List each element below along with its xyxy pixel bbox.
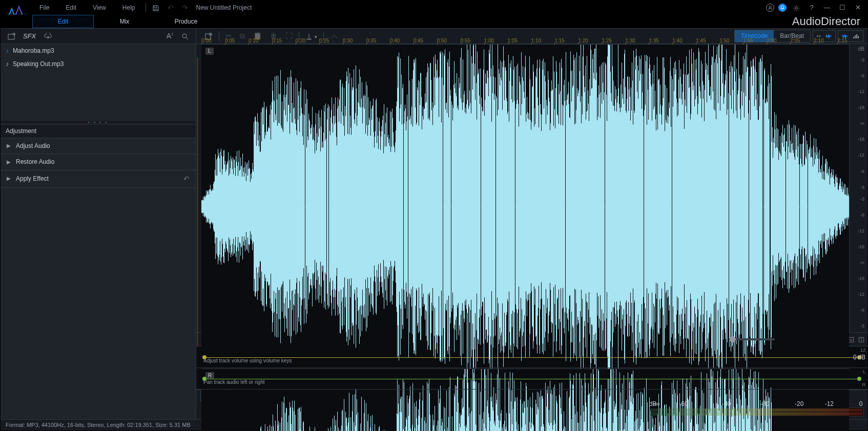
media-list[interactable]: ♪ Mahoroba.mp3 ♪ Speaking Out.mp3	[1, 44, 196, 121]
zoom-h-slider[interactable]	[729, 338, 775, 340]
meter-tick: -60	[679, 400, 688, 407]
left-panel: SFX A↕ ♪ Mahoroba.mp3 ♪ Spe	[1, 29, 196, 419]
db-tick: -3	[850, 197, 867, 202]
window-close-icon[interactable]: ✕	[852, 4, 863, 12]
meter-tick: -40	[722, 400, 731, 407]
redo-icon[interactable]: ↷	[178, 1, 192, 15]
db-tick: -18	[850, 105, 867, 111]
meter-tick: -30	[760, 400, 769, 407]
svg-rect-16	[853, 37, 854, 38]
brand-label: AudioDirector	[792, 15, 860, 28]
text-size-icon[interactable]: A↕	[164, 30, 175, 42]
sfx-button[interactable]: SFX	[22, 32, 38, 40]
ruler-tick: 0:35	[366, 38, 376, 44]
zoom-full-icon[interactable]: ◫	[858, 335, 864, 343]
crop-icon[interactable]: ⛶	[281, 30, 297, 42]
ruler-tick: 0:15	[272, 38, 282, 44]
pan-lane-hint: Pan track audio left or right	[203, 379, 265, 385]
window-maximize-icon[interactable]: ☐	[837, 4, 848, 12]
media-item[interactable]: ♪ Speaking Out.mp3	[1, 57, 196, 71]
channel-label-left: L	[205, 48, 214, 55]
ruler-tick: 0:50	[437, 38, 447, 44]
svg-rect-17	[855, 35, 856, 38]
svg-rect-18	[856, 34, 857, 38]
meter-scale: dB-60-40-30-20-120-∞	[649, 400, 863, 406]
menu-file[interactable]: File	[31, 1, 57, 14]
channel-left[interactable]: L	[201, 45, 849, 369]
db-tick: -3	[850, 324, 867, 329]
view-waveform-icon[interactable]	[824, 32, 833, 40]
svg-rect-19	[858, 36, 859, 38]
copy-icon[interactable]: ⧉	[236, 30, 249, 42]
ruler-tick: 2:00	[767, 38, 776, 44]
download-cloud-icon[interactable]	[42, 30, 54, 42]
tab-mix[interactable]: Mix	[94, 15, 155, 28]
playhead-line[interactable]	[197, 57, 198, 346]
media-item-label: Speaking Out.mp3	[13, 60, 64, 68]
adjustment-header: Adjustment	[1, 124, 196, 138]
adjustment-restore-audio[interactable]: ▶Restore Audio	[1, 154, 196, 170]
waveform-area[interactable]: 0:000:050:100:150:200:250:300:350:400:45…	[201, 44, 849, 332]
spectral-display-icon[interactable]	[852, 32, 861, 40]
ruler-tick: 1:50	[719, 38, 729, 44]
svg-line-7	[798, 10, 798, 10]
music-note-icon: ♪	[6, 60, 9, 68]
db-tick: -18	[850, 137, 867, 142]
undo-small-icon[interactable]: ↶	[183, 175, 190, 183]
ruler-tick: 0:45	[414, 38, 423, 44]
account-icon[interactable]	[766, 4, 774, 12]
db-tick: -12	[850, 89, 867, 95]
mode-tabs: Edit Mix Produce AudioDirector	[1, 15, 867, 28]
tab-produce[interactable]: Produce	[155, 15, 217, 28]
svg-line-6	[794, 6, 795, 7]
channel-label-right: R	[205, 372, 214, 379]
db-tick: -3	[850, 57, 867, 63]
adjustment-apply-effect[interactable]: ▶Apply Effect↶	[1, 170, 196, 188]
svg-line-8	[794, 10, 795, 10]
menu-help[interactable]: Help	[114, 1, 143, 14]
ruler-tick: 0:30	[343, 38, 353, 44]
search-icon[interactable]	[179, 30, 191, 42]
db-unit-label: dB	[850, 44, 867, 54]
adjustment-list: ▶Adjust Audio ▶Restore Audio ▶Apply Effe…	[1, 138, 196, 419]
db-tick: -12	[850, 153, 867, 158]
volume-lane[interactable]: Adjust track volume using volume keys 12…	[196, 347, 867, 368]
ruler-tick: 1:20	[578, 38, 588, 44]
ruler-tick: 1:30	[625, 38, 635, 44]
media-item[interactable]: ♪ Mahoroba.mp3	[1, 44, 196, 57]
import-media-icon[interactable]	[6, 30, 18, 42]
meter-tick: -20	[795, 400, 803, 407]
ruler-tick: 2:05	[790, 38, 800, 44]
save-icon[interactable]	[148, 1, 163, 15]
help-icon[interactable]: ?	[806, 4, 817, 12]
undo-icon[interactable]: ↶	[163, 1, 178, 15]
svg-line-9	[798, 6, 798, 7]
volume-lane-hint: Adjust track volume using volume keys	[203, 358, 292, 364]
editor-panel: ✂ ⧉ 📋 🗑 ⛶ ▾ Timecode Bar/Beat ⇿	[196, 29, 867, 419]
ruler-tick: 0:40	[390, 38, 400, 44]
db-scale-gutter: dB -3-6-12-18-∞-18-12-6-3-3-6-12-18-∞-18…	[849, 44, 867, 332]
ruler-tick: 2:10	[814, 38, 823, 44]
ruler-tick: 1:05	[508, 38, 518, 44]
pan-lane[interactable]: Pan track audio left or right L R	[196, 368, 867, 390]
svg-point-0	[769, 6, 771, 8]
menu-view[interactable]: View	[85, 1, 114, 14]
db-tick: -6	[850, 169, 867, 175]
ruler-tick: 1:45	[696, 38, 706, 44]
ruler-tick: 1:55	[743, 38, 753, 44]
ruler-tick: 1:40	[672, 38, 682, 44]
tab-edit[interactable]: Edit	[32, 15, 94, 28]
svg-point-11	[182, 34, 187, 38]
ruler-tick: 1:10	[531, 38, 541, 44]
menu-edit[interactable]: Edit	[57, 1, 85, 14]
window-minimize-icon[interactable]: —	[821, 4, 833, 12]
ruler-tick: 0:55	[461, 38, 470, 44]
settings-gear-icon[interactable]	[791, 4, 802, 12]
meter-tick: -12	[825, 400, 834, 407]
db-tick: -∞	[850, 121, 867, 126]
notification-icon[interactable]	[778, 4, 787, 12]
ruler-tick: 1:15	[554, 38, 564, 44]
db-tick: -6	[850, 73, 867, 79]
db-tick: -12	[850, 292, 867, 297]
adjustment-adjust-audio[interactable]: ▶Adjust Audio	[1, 138, 196, 154]
